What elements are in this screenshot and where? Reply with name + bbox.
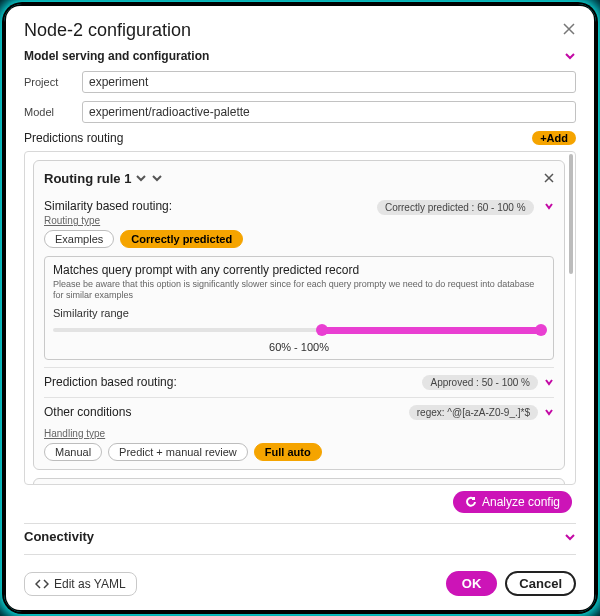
connectivity-title: Conectivity (24, 529, 94, 544)
project-label: Project (24, 76, 74, 88)
config-panel: Node-2 configuration Model serving and c… (6, 6, 594, 610)
chevron-down-icon[interactable] (544, 407, 554, 417)
similarity-range-values: 60% - 100% (53, 341, 545, 353)
routing-type-label: Routing type (44, 215, 554, 226)
rule-1-similarity-label: Similarity based routing: (44, 199, 172, 213)
ok-button[interactable]: OK (446, 571, 498, 596)
divider (24, 554, 576, 555)
similarity-range-slider[interactable] (53, 323, 545, 337)
rules-container: Routing rule 1 Similarity based routing:… (24, 151, 576, 485)
chevron-down-icon[interactable] (544, 377, 554, 387)
close-icon[interactable] (562, 22, 576, 40)
rule-1-prediction-label: Prediction based routing: (44, 375, 177, 389)
rule-move-down-icon[interactable] (151, 172, 163, 184)
model-input[interactable] (82, 101, 576, 123)
refresh-icon (465, 496, 477, 508)
handling-full-auto[interactable]: Full auto (254, 443, 322, 461)
rule-1-other-label: Other conditions (44, 405, 131, 419)
code-icon (35, 579, 49, 589)
panel-title: Node-2 configuration (24, 20, 191, 41)
model-label: Model (24, 106, 74, 118)
slider-thumb-max[interactable] (535, 324, 547, 336)
cancel-button[interactable]: Cancel (505, 571, 576, 596)
chevron-up-icon (564, 50, 576, 62)
slider-thumb-min[interactable] (316, 324, 328, 336)
scrollbar[interactable] (569, 154, 573, 482)
rule-1-similarity-badge: Correctly predicted : 60 - 100 % (377, 200, 534, 215)
connectivity-section-header[interactable]: Conectivity (24, 529, 576, 544)
rule-1-prediction-badge: Approved : 50 - 100 % (422, 375, 538, 390)
routing-type-examples[interactable]: Examples (44, 230, 114, 248)
similarity-box-heading: Matches query prompt with any corrently … (53, 263, 545, 277)
chevron-up-icon[interactable] (544, 201, 554, 211)
similarity-detail-box: Matches query prompt with any corrently … (44, 256, 554, 360)
add-rule-button[interactable]: +Add (532, 131, 576, 145)
edit-as-yaml-button[interactable]: Edit as YAML (24, 572, 137, 596)
handling-type-label: Handling type (44, 428, 554, 439)
chevron-down-icon (564, 531, 576, 543)
model-section-title: Model serving and configuration (24, 49, 209, 63)
routing-type-correctly-predicted[interactable]: Correctly predicted (120, 230, 243, 248)
predictions-routing-label: Predictions routing (24, 131, 123, 145)
rule-1-other-badge: regex: ^@[a-zA-Z0-9_.]*$ (409, 405, 538, 420)
project-input[interactable] (82, 71, 576, 93)
divider (24, 523, 576, 524)
rule-1-close-icon[interactable] (544, 169, 554, 187)
rule-move-up-icon[interactable] (135, 172, 147, 184)
similarity-range-label: Similarity range (53, 307, 545, 319)
routing-rule-2: Routing rule 2 Similarity based routing:… (33, 478, 565, 485)
handling-review[interactable]: Predict + manual review (108, 443, 248, 461)
rule-1-title: Routing rule 1 (44, 171, 131, 186)
routing-rule-1: Routing rule 1 Similarity based routing:… (33, 160, 565, 470)
model-section-header[interactable]: Model serving and configuration (24, 49, 576, 63)
similarity-box-note: Please be aware that this option is sign… (53, 279, 545, 301)
handling-manual[interactable]: Manual (44, 443, 102, 461)
analyze-config-button[interactable]: Analyze config (453, 491, 572, 513)
